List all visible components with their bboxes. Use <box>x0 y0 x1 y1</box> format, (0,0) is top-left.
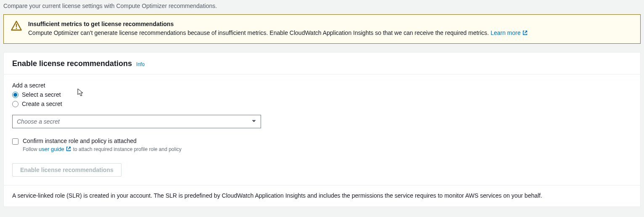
external-link-icon <box>66 146 71 153</box>
alert-text: Compute Optimizer can't generate license… <box>28 29 633 38</box>
svg-point-1 <box>16 28 17 29</box>
secret-select-placeholder: Choose a secret <box>17 118 60 125</box>
chevron-down-icon <box>251 118 256 125</box>
slr-footnote: A service-linked role (SLR) is created i… <box>4 185 640 206</box>
add-secret-label: Add a secret <box>12 82 632 89</box>
confirm-role-help: Follow user guide to attach required ins… <box>23 146 182 153</box>
confirm-role-checkbox[interactable] <box>12 138 18 145</box>
info-link[interactable]: Info <box>136 61 145 67</box>
alert-title: Insufficient metrics to get license reco… <box>28 20 633 29</box>
confirm-help-suffix: to attach required instance profile role… <box>71 146 182 152</box>
radio-create-secret-input[interactable] <box>12 101 18 107</box>
learn-more-label: Learn more <box>491 29 521 36</box>
learn-more-link[interactable]: Learn more <box>491 29 528 36</box>
external-link-icon <box>522 29 528 38</box>
enable-license-button[interactable]: Enable license recommendations <box>12 163 121 177</box>
confirm-role-label: Confirm instance role and policy is atta… <box>23 138 182 144</box>
enable-license-panel: Enable license recommendations Info Add … <box>3 52 641 207</box>
warning-alert: Insufficient metrics to get license reco… <box>3 14 641 44</box>
warning-icon <box>11 20 22 33</box>
radio-select-secret-input[interactable] <box>12 92 18 98</box>
panel-title: Enable license recommendations <box>12 59 132 68</box>
panel-header: Enable license recommendations Info <box>4 53 640 74</box>
secret-select[interactable]: Choose a secret <box>12 115 261 128</box>
user-guide-label: user guide <box>39 146 64 152</box>
radio-select-secret[interactable]: Select a secret <box>12 91 632 98</box>
alert-text-body: Compute Optimizer can't generate license… <box>28 29 491 36</box>
radio-select-secret-label: Select a secret <box>22 91 61 98</box>
user-guide-link[interactable]: user guide <box>39 146 71 152</box>
page-description: Compare your current license settings wi… <box>0 0 644 14</box>
confirm-help-prefix: Follow <box>23 146 39 152</box>
radio-create-secret[interactable]: Create a secret <box>12 101 632 107</box>
radio-create-secret-label: Create a secret <box>22 101 62 107</box>
